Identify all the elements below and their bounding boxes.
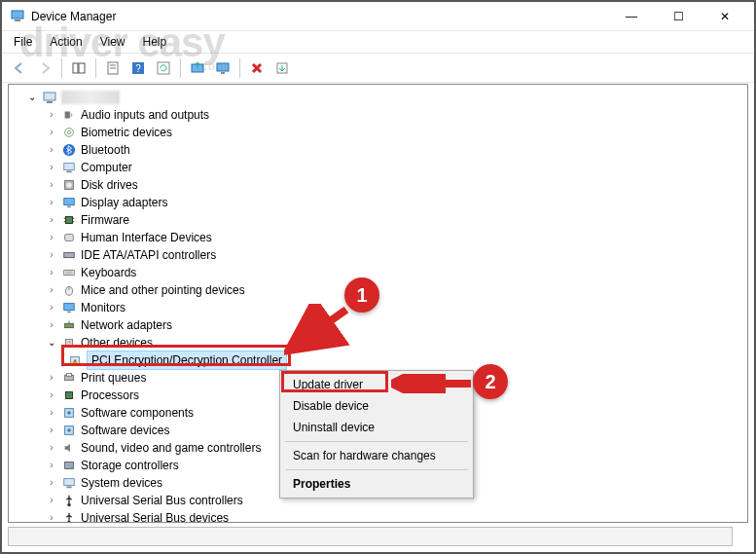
maximize-button[interactable]: ☐ xyxy=(661,5,696,28)
chevron-right-icon[interactable]: › xyxy=(46,162,57,173)
menu-file[interactable]: File xyxy=(6,33,40,51)
minimize-button[interactable]: — xyxy=(614,5,649,28)
uninstall-icon[interactable] xyxy=(245,57,269,79)
chevron-right-icon[interactable]: › xyxy=(46,442,57,454)
context-menu-item[interactable]: Uninstall device xyxy=(283,417,470,438)
chevron-right-icon[interactable]: › xyxy=(46,179,57,191)
computer-icon xyxy=(61,160,77,175)
chevron-right-icon[interactable]: › xyxy=(46,284,57,296)
tree-device-label: PCI Encryption/Decryption Controller xyxy=(87,351,287,370)
svg-text:!: ! xyxy=(74,359,75,365)
svg-rect-38 xyxy=(64,304,75,311)
tree-category[interactable]: ›Monitors xyxy=(13,299,747,316)
chip-icon xyxy=(61,212,77,228)
tree-category[interactable]: ›Display adapters xyxy=(13,194,747,211)
chevron-right-icon[interactable]: › xyxy=(46,425,57,436)
tree-category-label: Software devices xyxy=(81,422,169,439)
context-menu-item[interactable]: Update driver xyxy=(283,374,470,395)
tree-category[interactable]: ›Biometric devices xyxy=(13,124,747,141)
menu-view[interactable]: View xyxy=(92,33,133,51)
chevron-right-icon[interactable]: › xyxy=(46,460,57,471)
tree-category[interactable]: ›Disk drives xyxy=(13,176,747,194)
chevron-right-icon[interactable]: › xyxy=(46,495,57,506)
tree-category[interactable]: ›Bluetooth xyxy=(13,141,747,159)
svg-point-17 xyxy=(65,129,74,137)
chevron-right-icon[interactable]: › xyxy=(46,197,57,208)
svg-rect-9 xyxy=(158,62,169,74)
chevron-right-icon[interactable]: › xyxy=(46,407,57,419)
usb-icon xyxy=(61,493,77,508)
show-hide-console-icon[interactable] xyxy=(67,57,90,79)
forward-icon[interactable] xyxy=(33,57,56,79)
tree-category[interactable]: ›Computer xyxy=(13,159,747,176)
tree-category[interactable]: ›Network adapters xyxy=(13,316,747,334)
storage-icon xyxy=(61,458,77,473)
chevron-right-icon[interactable]: › xyxy=(46,477,57,489)
tree-category[interactable]: ›IDE ATA/ATAPI controllers xyxy=(13,246,747,264)
tree-device[interactable]: !PCI Encryption/Decryption Controller xyxy=(13,351,747,369)
tree-category-label: Disk drives xyxy=(81,176,138,194)
tree-category-label: Other devices xyxy=(81,334,153,351)
chevron-right-icon[interactable]: › xyxy=(46,512,57,523)
svg-rect-47 xyxy=(66,374,71,377)
refresh-icon[interactable] xyxy=(152,57,175,79)
tree-category-label: Sound, video and game controllers xyxy=(81,439,261,457)
fingerprint-icon xyxy=(61,125,77,140)
tree-category[interactable]: ›Mice and other pointing devices xyxy=(13,281,747,299)
tree-category[interactable]: ›Keyboards xyxy=(13,264,747,281)
tree-category[interactable]: ⌄?Other devices xyxy=(13,334,747,351)
mouse-icon xyxy=(61,282,77,298)
help-icon[interactable]: ? xyxy=(126,57,150,79)
software-icon xyxy=(61,405,77,421)
chevron-down-icon[interactable]: ⌄ xyxy=(26,92,38,103)
tree-category-label: System devices xyxy=(81,474,162,492)
tree-category-label: Audio inputs and outputs xyxy=(81,106,209,124)
tree-category[interactable]: ›Human Interface Devices xyxy=(13,229,747,246)
svg-rect-15 xyxy=(47,101,53,103)
monitor-icon[interactable] xyxy=(211,57,234,79)
tree-category-label: Keyboards xyxy=(81,264,136,281)
svg-point-58 xyxy=(67,521,71,523)
tree-category[interactable]: ›Universal Serial Bus devices xyxy=(13,509,747,523)
chevron-right-icon[interactable]: › xyxy=(46,302,57,314)
chevron-right-icon[interactable]: › xyxy=(46,127,57,138)
close-button[interactable]: ✕ xyxy=(707,5,742,28)
chevron-right-icon[interactable]: › xyxy=(46,214,57,226)
svg-rect-32 xyxy=(64,252,75,257)
chevron-right-icon[interactable]: › xyxy=(46,232,57,243)
computer-icon xyxy=(42,90,57,105)
device-tree-panel: ⌄ ›Audio inputs and outputs›Biometric de… xyxy=(8,84,748,523)
chevron-down-icon[interactable]: ⌄ xyxy=(46,337,57,349)
chevron-right-icon[interactable]: › xyxy=(46,249,57,261)
chevron-right-icon[interactable]: › xyxy=(46,372,57,384)
tree-category-label: Human Interface Devices xyxy=(81,229,212,246)
chevron-right-icon[interactable]: › xyxy=(46,144,57,156)
chevron-right-icon[interactable]: › xyxy=(46,389,57,401)
usb-icon xyxy=(61,510,77,523)
chevron-right-icon[interactable]: › xyxy=(46,267,57,278)
svg-point-50 xyxy=(67,411,71,415)
menu-action[interactable]: Action xyxy=(42,33,90,51)
context-menu-item[interactable]: Disable device xyxy=(283,395,470,417)
tree-root[interactable]: ⌄ xyxy=(13,89,747,106)
chevron-right-icon[interactable]: › xyxy=(46,319,57,331)
back-icon[interactable] xyxy=(8,57,31,79)
context-menu-item[interactable]: Scan for hardware changes xyxy=(283,445,470,466)
properties-icon[interactable] xyxy=(101,57,125,79)
update-driver-icon[interactable] xyxy=(186,57,209,79)
tree-category-label: Universal Serial Bus devices xyxy=(81,509,229,523)
chevron-right-icon[interactable]: › xyxy=(46,109,57,121)
svg-point-54 xyxy=(71,466,73,468)
printer-icon xyxy=(61,370,77,386)
scan-icon[interactable] xyxy=(270,57,294,79)
tree-category[interactable]: ›Firmware xyxy=(13,211,747,229)
tree-category[interactable]: ›Audio inputs and outputs xyxy=(13,106,747,124)
hid-icon xyxy=(61,230,77,245)
menu-help[interactable]: Help xyxy=(135,33,175,51)
window-title: Device Manager xyxy=(31,10,116,23)
svg-rect-12 xyxy=(221,72,225,74)
context-menu-item[interactable]: Properties xyxy=(283,473,470,495)
svg-rect-2 xyxy=(73,63,78,73)
context-menu: Update driverDisable deviceUninstall dev… xyxy=(279,370,474,499)
audio-icon xyxy=(61,107,77,123)
